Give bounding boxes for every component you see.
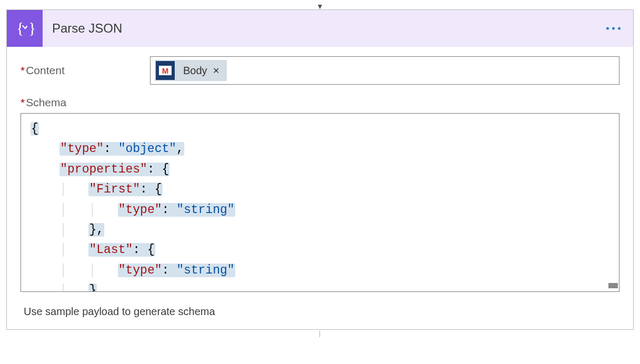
content-label: *Content	[21, 64, 150, 77]
scrollbar-thumb[interactable]	[608, 283, 618, 288]
bottom-connector: │	[6, 331, 634, 337]
content-input[interactable]: M Body ✕	[150, 56, 619, 85]
json-braces-icon: { }	[14, 19, 35, 38]
svg-text:}: }	[28, 19, 35, 36]
token-label: Body	[176, 65, 213, 77]
card-body: *Content M Body ✕ *Schema { "type":	[7, 47, 633, 329]
required-asterisk: *	[21, 64, 25, 76]
svg-text:{: {	[16, 19, 24, 36]
required-asterisk: *	[21, 96, 25, 108]
scrollbar[interactable]	[609, 115, 618, 290]
parse-json-action-card: { } Parse JSON *Content M	[6, 9, 634, 330]
card-title: Parse JSON	[52, 21, 122, 36]
schema-editor[interactable]: { "type": "object", "properties": { │ "F…	[21, 113, 619, 292]
schema-label: *Schema	[21, 96, 619, 109]
gmail-icon: M	[156, 61, 175, 80]
card-header[interactable]: { } Parse JSON	[7, 10, 633, 47]
json-icon: { }	[7, 10, 43, 47]
token-remove-icon[interactable]: ✕	[213, 66, 227, 76]
more-options-button[interactable]	[606, 27, 621, 30]
content-field-row: *Content M Body ✕	[21, 56, 619, 85]
top-connector-arrow: ▼	[6, 4, 634, 8]
use-sample-payload-link[interactable]: Use sample payload to generate schema	[24, 306, 619, 318]
body-token[interactable]: M Body ✕	[155, 60, 227, 81]
